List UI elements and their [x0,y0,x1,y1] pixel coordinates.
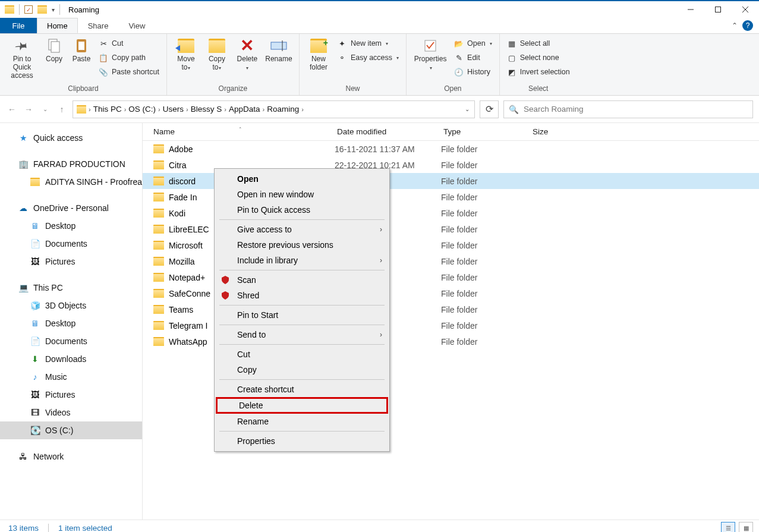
nav-aditya[interactable]: ADITYA SINGH - Proofrea [0,173,142,191]
nav-documents2[interactable]: 📄Documents [0,332,142,350]
nav-onedrive[interactable]: ☁OneDrive - Personal [0,199,142,217]
breadcrumb-item[interactable]: AppData [229,105,260,114]
ctx-include-library[interactable]: Include in library› [215,253,389,268]
recent-locations-button[interactable]: ⌄ [39,103,51,115]
ctx-give-access[interactable]: Give access to› [215,222,389,237]
ctx-scan[interactable]: Scan [215,272,389,288]
share-tab[interactable]: Share [78,18,119,33]
breadcrumb-item[interactable]: Roaming [267,105,299,114]
ctx-shred[interactable]: Shred [215,288,389,303]
chevron-icon[interactable]: › [301,106,304,113]
ctx-restore-previous[interactable]: Restore previous versions [215,237,389,253]
breadcrumb-item[interactable]: OS (C:) [128,105,156,114]
nav-desktop[interactable]: 🖥Desktop [0,217,142,235]
properties-qat-icon[interactable]: ✓ [24,5,33,14]
search-input[interactable]: 🔍 Search Roaming [503,100,753,118]
chevron-icon[interactable]: › [186,106,188,113]
thumbnails-view-toggle[interactable]: ▦ [739,522,753,532]
maximize-button[interactable] [704,1,732,18]
col-name-header[interactable]: Name˄ [143,127,335,136]
chevron-icon[interactable]: › [262,106,264,113]
ctx-open-new-window[interactable]: Open in new window [215,187,389,202]
ctx-copy[interactable]: Copy [215,362,389,377]
paste-button[interactable]: Paste [69,36,94,65]
invert-selection-button[interactable]: ◩Invert selection [505,66,572,78]
nav-quick-access[interactable]: ★Quick access [0,129,142,147]
new-folder-button[interactable]: New folder [304,36,333,73]
file-row[interactable]: Adobe16-11-2021 11:37 AMFile folder [143,141,759,157]
paste-icon [73,37,90,54]
ctx-cut[interactable]: Cut [215,347,389,362]
help-icon[interactable]: ? [742,20,753,31]
nav-desktop2[interactable]: 🖥Desktop [0,314,142,332]
home-tab[interactable]: Home [37,18,78,33]
documents-icon: 📄 [30,336,40,347]
nav-network[interactable]: 🖧Network [0,448,142,465]
close-button[interactable] [732,1,759,18]
nav-documents[interactable]: 📄Documents [0,235,142,253]
chevron-icon[interactable]: › [124,106,127,113]
ctx-pin-start[interactable]: Pin to Start [215,307,389,323]
edit-button[interactable]: ✎Edit [452,52,495,64]
cut-button[interactable]: ✂Cut [96,37,162,49]
forward-button[interactable]: → [23,103,34,115]
ctx-delete[interactable]: Delete [216,397,388,414]
breadcrumb-item[interactable]: Users [163,105,184,114]
file-type: File folder [441,241,530,250]
context-menu[interactable]: Open Open in new window Pin to Quick acc… [214,168,390,452]
paste-shortcut-button[interactable]: 📎Paste shortcut [96,66,162,78]
pin-quick-access-button[interactable]: Pin to Quick access [5,36,39,81]
ctx-open[interactable]: Open [215,171,389,187]
navigation-pane[interactable]: ★Quick access 🏢FARRAD PRODUCTION ADITYA … [0,123,143,520]
address-bar[interactable]: › This PC › OS (C:) › Users › Blessy S ›… [73,100,475,118]
properties-button[interactable]: Properties▾ [411,36,449,73]
easy-access-button[interactable]: ⚬Easy access▾ [335,52,401,64]
address-drop-icon[interactable]: ⌄ [460,106,474,112]
history-button[interactable]: 🕘History [452,66,495,78]
nav-this-pc[interactable]: 💻This PC [0,279,142,297]
select-none-button[interactable]: ▢Select none [505,52,572,64]
ctx-properties[interactable]: Properties [215,433,389,449]
breadcrumb-item[interactable]: Blessy S [191,105,222,114]
content-pane[interactable]: Name˄ Date modified Type Size Adobe16-11… [143,123,759,520]
chevron-icon[interactable]: › [158,106,160,113]
nav-videos[interactable]: 🎞Videos [0,404,142,421]
col-type-header[interactable]: Type [441,127,530,136]
ctx-pin-quick[interactable]: Pin to Quick access [215,202,389,218]
nav-downloads[interactable]: ⬇Downloads [0,350,142,368]
ctx-rename[interactable]: Rename [215,414,389,429]
minimize-button[interactable] [677,1,704,18]
nav-farrad[interactable]: 🏢FARRAD PRODUCTION [0,155,142,173]
nav-pictures[interactable]: 🖼Pictures [0,253,142,270]
refresh-button[interactable]: ⟳ [480,100,499,118]
nav-pictures2[interactable]: 🖼Pictures [0,386,142,404]
folder-qat-icon[interactable] [37,5,47,14]
new-item-button[interactable]: ✦New item▾ [335,37,401,49]
select-all-button[interactable]: ▦Select all [505,37,572,49]
file-name: Kodi [169,209,185,218]
chevron-icon[interactable]: › [224,106,226,113]
breadcrumb-item[interactable]: This PC [93,105,122,114]
copy-path-button[interactable]: 📋Copy path [96,52,162,64]
view-tab[interactable]: View [118,18,155,33]
chevron-up-icon[interactable]: ⌃ [732,21,738,30]
col-size-header[interactable]: Size [530,127,601,136]
ctx-send-to[interactable]: Send to› [215,327,389,342]
sort-asc-icon: ˄ [239,127,242,133]
nav-os-c[interactable]: 💽OS (C:) [0,421,142,439]
move-to-button[interactable]: Move to▾ [172,36,200,73]
nav-3d-objects[interactable]: 🧊3D Objects [0,297,142,314]
nav-music[interactable]: ♪Music [0,368,142,386]
open-button[interactable]: 📂Open▾ [452,37,495,49]
chevron-icon[interactable]: › [89,106,91,113]
file-tab[interactable]: File [0,18,37,33]
delete-button[interactable]: ✕ Delete▾ [234,36,261,73]
copy-button[interactable]: Copy [42,36,67,65]
col-date-header[interactable]: Date modified [335,127,441,136]
details-view-toggle[interactable]: ☰ [721,522,735,532]
copy-to-button[interactable]: Copy to▾ [203,36,231,73]
ctx-create-shortcut[interactable]: Create shortcut [215,382,389,397]
back-button[interactable]: ← [6,103,18,115]
rename-button[interactable]: Rename [263,36,294,65]
up-button[interactable]: ↑ [56,103,68,115]
